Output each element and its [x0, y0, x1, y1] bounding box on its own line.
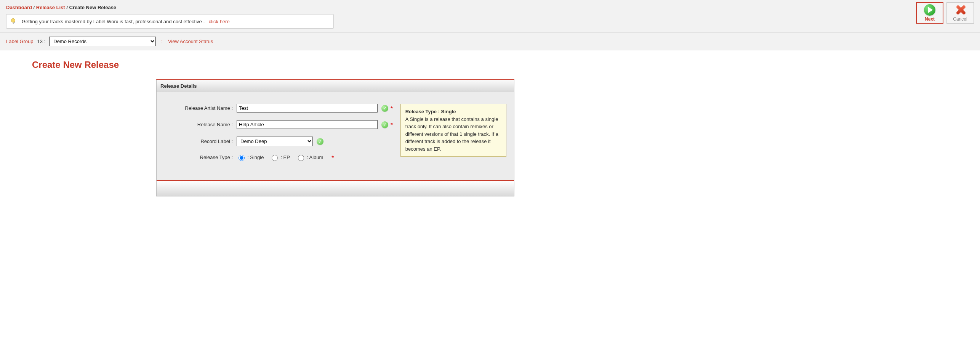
breadcrumb-dashboard[interactable]: Dashboard	[6, 5, 32, 10]
breadcrumb: Dashboard / Release List / Create New Re…	[6, 3, 974, 14]
check-icon: ✓	[381, 105, 388, 112]
page-title: Create New Release	[32, 60, 974, 70]
row-artist-name: Release Artist Name : ✓ *	[164, 104, 393, 113]
breadcrumb-sep: /	[66, 5, 69, 10]
panel-header: Release Details	[157, 80, 514, 92]
panel-body: Release Artist Name : ✓ * Release Name :…	[157, 92, 514, 181]
required-icon: *	[331, 154, 334, 161]
breadcrumb-current: Create New Release	[69, 5, 117, 10]
close-icon	[954, 4, 966, 16]
required-icon: *	[391, 121, 393, 128]
radio-album-label[interactable]: : Album	[296, 154, 323, 161]
radio-single-label[interactable]: : Single	[237, 154, 264, 161]
artist-name-label: Release Artist Name :	[164, 105, 237, 111]
cancel-button[interactable]: Cancel	[946, 2, 974, 24]
release-type-radios: : Single : EP : Album *	[237, 154, 334, 161]
form-column: Release Artist Name : ✓ * Release Name :…	[164, 104, 393, 169]
row-release-type: Release Type : : Single : EP : Album	[164, 154, 393, 161]
artist-name-input[interactable]	[237, 104, 378, 113]
top-bar: Dashboard / Release List / Create New Re…	[0, 0, 980, 33]
check-icon: ✓	[317, 138, 323, 145]
view-account-status-link[interactable]: View Account Status	[168, 39, 213, 44]
tooltip-body: A Single is a release that contains a si…	[405, 116, 501, 153]
next-label: Next	[925, 16, 935, 22]
label-group-label: Label Group	[6, 39, 34, 44]
play-icon	[924, 4, 935, 16]
record-label-select[interactable]: Demo Deep	[237, 137, 313, 146]
breadcrumb-release-list[interactable]: Release List	[36, 5, 65, 10]
radio-single[interactable]	[239, 155, 245, 161]
notice-banner: Getting your tracks mastered by Label Wo…	[6, 14, 334, 29]
release-name-input[interactable]	[237, 120, 378, 129]
radio-ep[interactable]	[272, 155, 278, 161]
tooltip-title: Release Type : Single	[405, 108, 501, 116]
colon-sep: :	[160, 39, 164, 44]
panel-footer	[157, 181, 514, 196]
release-type-label: Release Type :	[164, 154, 237, 160]
svg-point-0	[11, 19, 15, 23]
record-label-label: Record Label :	[164, 138, 237, 144]
notice-text: Getting your tracks mastered by Label Wo…	[22, 19, 205, 24]
breadcrumb-sep: /	[34, 5, 36, 10]
cancel-label: Cancel	[953, 16, 967, 22]
label-group-number: 13 :	[37, 39, 46, 44]
lightbulb-icon	[10, 18, 18, 25]
next-button[interactable]: Next	[916, 2, 943, 24]
release-name-label: Release Name :	[164, 122, 237, 127]
page-content: Create New Release Release Details Relea…	[0, 50, 980, 212]
check-icon: ✓	[381, 121, 388, 128]
radio-album[interactable]	[298, 155, 304, 161]
tooltip-box: Release Type : Single A Single is a rele…	[400, 104, 506, 157]
top-actions: Next Cancel	[916, 2, 974, 24]
sub-bar: Label Group 13 : Demo Records : View Acc…	[0, 33, 980, 50]
label-group-select[interactable]: Demo Records	[49, 37, 156, 46]
radio-ep-label[interactable]: : EP	[270, 154, 290, 161]
release-details-panel: Release Details Release Artist Name : ✓ …	[156, 79, 514, 196]
required-icon: *	[391, 105, 393, 111]
notice-link[interactable]: click here	[209, 19, 230, 24]
row-release-name: Release Name : ✓ *	[164, 120, 393, 129]
row-record-label: Record Label : Demo Deep ✓	[164, 137, 393, 146]
